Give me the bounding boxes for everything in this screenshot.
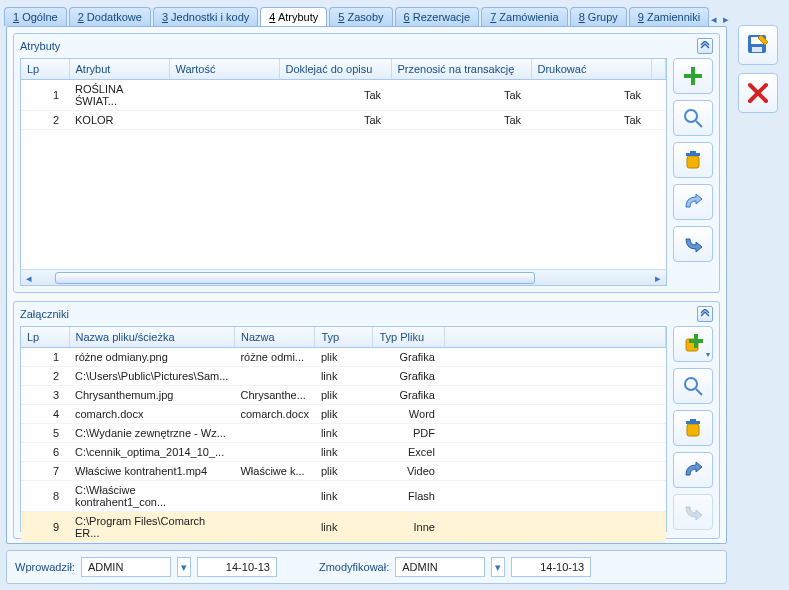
modified-user: ADMIN [395,557,485,577]
col-lp[interactable]: Lp [21,59,69,80]
col-doklejac[interactable]: Doklejać do opisu [279,59,391,80]
col-lp2[interactable]: Lp [21,327,69,348]
preview-button[interactable] [673,368,713,404]
created-label: Wprowadził: [15,561,75,573]
move-up-button[interactable] [673,184,713,220]
col-wartosc[interactable]: Wartość [169,59,279,80]
delete-button[interactable] [673,142,713,178]
grid-zalaczniki[interactable]: Lp Nazwa pliku/ścieżka Nazwa Typ Typ Pli… [20,326,667,532]
table-row[interactable]: 5C:\Wydanie zewnętrzne - Wz...linkPDF [21,424,666,443]
grid-atrybuty[interactable]: Lp Atrybut Wartość Doklejać do opisu Prz… [20,58,667,286]
tab-zasoby[interactable]: 5 Zasoby [329,7,392,26]
table-row[interactable]: 8C:\Właściwe kontrahent1_con...linkFlash [21,481,666,512]
svg-rect-13 [686,421,700,424]
col-ftype[interactable]: Typ Pliku [373,327,445,348]
tab-scroll-left-icon[interactable]: ◂ [711,13,717,26]
svg-rect-17 [752,47,762,52]
tab-strip: 1 Ogólne2 Dodatkowe3 Jednostki i kody4 A… [0,0,733,26]
tab-atrybuty[interactable]: 4 Atrybuty [260,7,327,26]
audit-footer: Wprowadził: ADMIN ▾ 14-10-13 Zmodyfikowa… [6,550,727,584]
created-user-drop[interactable]: ▾ [177,557,191,577]
col-overflow [651,59,666,80]
col-drukowac[interactable]: Drukować [531,59,651,80]
scroll-right-icon[interactable]: ▸ [650,270,666,286]
table-row[interactable]: 7Właściwe kontrahent1.mp4Właściwe k...pl… [21,462,666,481]
col-atrybut[interactable]: Atrybut [69,59,169,80]
svg-rect-9 [689,339,703,343]
search-button[interactable] [673,100,713,136]
table-row[interactable]: 2C:\Users\Public\Pictures\Sam...linkGraf… [21,367,666,386]
tab-scroll: ◂ ▸ [711,13,737,26]
created-user: ADMIN [81,557,171,577]
tab-panel-atrybuty: Atrybuty Lp Atrybut Wartość Doklejać do … [6,26,727,544]
add-button[interactable] [673,58,713,94]
tab-rezerwacje[interactable]: 6 Rezerwacje [395,7,480,26]
tab-grupy[interactable]: 8 Grupy [570,7,627,26]
group-atrybuty: Atrybuty Lp Atrybut Wartość Doklejać do … [13,33,720,293]
tab-ogólne[interactable]: 1 Ogólne [4,7,67,26]
svg-line-3 [696,121,702,127]
col-name[interactable]: Nazwa [234,327,314,348]
collapse-zalaczniki[interactable] [697,306,713,322]
delete-attachment-button[interactable] [673,410,713,446]
save-button[interactable] [738,25,778,65]
svg-line-11 [696,389,702,395]
table-row[interactable]: 3Chrysanthemum.jpgChrysanthe...plikGrafi… [21,386,666,405]
cancel-button[interactable] [738,73,778,113]
col-type[interactable]: Typ [315,327,373,348]
table-row[interactable]: 2KOLORTakTakTak [21,111,666,130]
group-title-atrybuty: Atrybuty [20,40,60,52]
modified-user-drop[interactable]: ▾ [491,557,505,577]
table-row[interactable]: 9C:\Program Files\Comarch ER...linkInne [21,512,666,543]
svg-rect-5 [686,153,700,156]
table-row[interactable]: 4comarch.docxcomarch.docxplikWord [21,405,666,424]
collapse-atrybuty[interactable] [697,38,713,54]
add-attachment-button[interactable] [673,326,713,362]
svg-rect-14 [690,419,696,421]
col-przenosic[interactable]: Przenosić na transakcję [391,59,531,80]
move-down-attachment-button[interactable] [673,494,713,530]
hscroll-atrybuty[interactable]: ◂ ▸ [21,269,666,285]
col-path[interactable]: Nazwa pliku/ścieżka [69,327,234,348]
created-date: 14-10-13 [197,557,277,577]
table-row[interactable]: 6C:\cennik_optima_2014_10_...linkExcel [21,443,666,462]
svg-rect-12 [687,424,699,436]
scroll-left-icon[interactable]: ◂ [21,270,37,286]
tab-zamienniki[interactable]: 9 Zamienniki [629,7,709,26]
svg-point-10 [685,378,697,390]
toolbar-atrybuty [673,58,713,286]
modified-date: 14-10-13 [511,557,591,577]
group-title-zalaczniki: Załączniki [20,308,69,320]
tab-jednostki-i-kody[interactable]: 3 Jednostki i kody [153,7,258,26]
svg-rect-1 [684,74,702,78]
modified-label: Zmodyfikował: [319,561,389,573]
toolbar-zalaczniki [673,326,713,532]
svg-rect-6 [690,151,696,153]
move-up-attachment-button[interactable] [673,452,713,488]
tab-scroll-right-icon[interactable]: ▸ [723,13,729,26]
table-row[interactable]: 1ROŚLINA ŚWIAT...TakTakTak [21,80,666,111]
svg-rect-4 [687,156,699,168]
tab-zamówienia[interactable]: 7 Zamówienia [481,7,567,26]
tab-dodatkowe[interactable]: 2 Dodatkowe [69,7,151,26]
col-overflow2 [445,327,666,348]
group-zalaczniki: Załączniki Lp Nazwa pliku/ścieżka Nazwa … [13,301,720,539]
move-down-button[interactable] [673,226,713,262]
table-row[interactable]: 1różne odmiany.pngróżne odmi...plikGrafi… [21,348,666,367]
svg-point-2 [685,110,697,122]
scroll-thumb[interactable] [55,272,535,284]
global-toolbar [738,25,784,121]
